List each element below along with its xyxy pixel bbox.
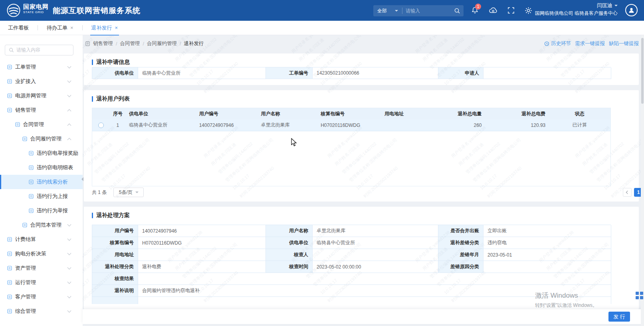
defect-report-link[interactable]: 缺陷一键提报 <box>609 40 639 47</box>
table-cell: 120.93 <box>485 119 549 131</box>
floating-widget-handle[interactable] <box>636 292 643 299</box>
search-scope-value: 全部 <box>377 8 387 14</box>
field-label: 用户编号 <box>92 225 138 237</box>
sidebar-item-12[interactable]: 计费结算 <box>0 232 83 247</box>
chevron-down-icon <box>67 237 71 241</box>
divider <box>82 25 83 30</box>
tab-work-board[interactable]: 工作看板 <box>7 21 30 35</box>
chevron-down-icon <box>67 309 71 313</box>
doc-icon <box>22 223 27 227</box>
field-value: H07020116DWDG <box>138 237 266 249</box>
breadcrumb-item[interactable]: 销售管理 <box>93 40 113 47</box>
column-header: 序号 <box>110 108 126 119</box>
fullscreen-scan-icon[interactable] <box>507 7 515 14</box>
breadcrumb-item[interactable]: 合同管理 <box>120 40 140 47</box>
refund-user-table: 序号供电单位用户编号用户名称核算包编号用电地址退补总电量退补总电费状态 1临猗县… <box>92 108 611 186</box>
quick-links: 历史环节 需求一键提报 缺陷一键提报 <box>544 40 639 47</box>
sidebar-item-label: 计费结算 <box>15 236 36 243</box>
sidebar-item-2[interactable]: 电源并网管理 <box>0 89 83 103</box>
doc-icon <box>7 280 12 285</box>
sidebar-item-9[interactable]: 违约行为上报 <box>0 189 83 204</box>
page-scrollbar[interactable] <box>641 35 644 326</box>
field-value: 合同履约管理违约窃电退补 <box>138 285 611 297</box>
form-row: 用户编号1400724907946用户名称卓里北街果库是否合并出账立即出账 <box>92 225 611 237</box>
select-column-header <box>92 108 110 119</box>
sidebar-item-13[interactable]: 购电分析决策 <box>0 247 83 261</box>
chevron-down-icon <box>395 10 398 13</box>
sidebar-item-0[interactable]: 工单管理 <box>0 60 83 74</box>
sidebar-item-3[interactable]: 销售管理 <box>0 103 83 117</box>
row-radio[interactable] <box>98 122 104 128</box>
doc-icon <box>29 151 34 156</box>
sidebar-item-label: 销售管理 <box>15 107 36 114</box>
field-label: 差错年月 <box>438 249 483 261</box>
history-link[interactable]: 历史环节 <box>544 40 571 47</box>
breadcrumb-item[interactable]: 合同履约管理 <box>147 40 177 47</box>
column-header: 状态 <box>549 108 610 119</box>
demand-report-link[interactable]: 需求一键提报 <box>575 40 605 47</box>
notification-badge: 1 <box>475 4 481 10</box>
doc-icon <box>7 65 12 69</box>
sidebar-item-7[interactable]: 违约窃电明细表 <box>0 160 83 175</box>
sidebar-item-4[interactable]: 合同管理 <box>0 117 83 132</box>
scrollbar-thumb[interactable] <box>641 38 644 104</box>
field-label: 核查人 <box>266 249 313 261</box>
settings-gear-icon[interactable] <box>525 7 532 14</box>
close-icon[interactable]: × <box>70 25 73 30</box>
section-title: 退补申请信息 <box>84 53 639 66</box>
sidebar-item-label: 客户管理 <box>15 293 36 300</box>
sidebar-item-16[interactable]: 客户管理 <box>0 290 83 304</box>
cloud-sync-icon[interactable] <box>489 7 497 14</box>
tab-bar: 工作看板 待办工单 × 退补发行 × <box>0 21 644 35</box>
sidebar-search-input[interactable]: 请输入内容 <box>5 45 73 55</box>
search-scope-select[interactable]: 全部 <box>373 8 402 14</box>
sidebar-item-10[interactable]: 违约行为举报 <box>0 204 83 218</box>
field-value <box>483 67 611 79</box>
page-size-select[interactable]: 5条/页 <box>113 188 144 197</box>
form-row: 核算包编号H07020116DWDG供电单位临猗县中心营业所退补差错分类违约窃电 <box>92 237 611 249</box>
field-label: 退补处理分类 <box>92 261 138 273</box>
field-label: 差错原因分类 <box>438 261 483 273</box>
field-label: 核查结果 <box>92 273 138 285</box>
search-icon[interactable] <box>454 8 460 14</box>
field-label: 工单编号 <box>266 67 313 79</box>
notifications-bell-icon[interactable]: 1 <box>471 6 479 14</box>
avatar[interactable] <box>625 4 638 16</box>
sidebar-item-label: 违约行为上报 <box>37 193 68 200</box>
user-menu[interactable]: 闫匡迪 <box>597 3 618 8</box>
clock-icon <box>544 41 549 46</box>
sidebar-item-17[interactable]: 综合管理 <box>0 304 83 318</box>
global-search-input[interactable]: 请输入 <box>402 8 464 14</box>
chevron-up-icon <box>67 124 71 128</box>
field-value: 1423050210000066 <box>313 67 438 79</box>
table-cell: 1400724907946 <box>196 119 258 131</box>
refund-plan-form: 用户编号1400724907946用户名称卓里北街果库是否合并出账立即出账核算包… <box>92 225 611 304</box>
table-cell: 临猗县中心营业所 <box>126 119 196 131</box>
radio-cell[interactable] <box>92 119 110 131</box>
publish-button[interactable]: 发 行 <box>608 312 630 322</box>
sidebar-item-14[interactable]: 资产管理 <box>0 261 83 275</box>
sidebar-item-8[interactable]: 违约线索分析 <box>0 175 83 189</box>
close-icon[interactable]: × <box>115 25 118 30</box>
sidebar-collapse-handle[interactable] <box>79 177 83 181</box>
column-header: 退补总电费 <box>485 108 549 119</box>
doc-icon <box>7 93 12 98</box>
tab-refund-issue[interactable]: 退补发行 × <box>90 21 119 35</box>
breadcrumb-item: 退补发行 <box>184 40 204 47</box>
sidebar-item-5[interactable]: 合同履约管理 <box>0 132 83 146</box>
sidebar-item-11[interactable]: 合同范本管理 <box>0 218 83 232</box>
table-row[interactable]: 1临猗县中心营业所1400724907946卓里北街果库H07020116DWD… <box>92 119 610 131</box>
sidebar-item-15[interactable]: 运行管理 <box>0 275 83 290</box>
field-label: 是否合并出账 <box>438 225 483 237</box>
tab-todo-orders[interactable]: 待办工单 × <box>46 21 75 35</box>
field-value <box>138 249 266 261</box>
sidebar-item-6[interactable]: 违约窃电举报奖励 <box>0 146 83 160</box>
brand-cn: 国家电网 <box>23 4 49 10</box>
prev-page-button[interactable] <box>623 188 632 197</box>
field-label: 用电地址 <box>92 249 138 261</box>
sidebar-item-1[interactable]: 业扩接入 <box>0 74 83 89</box>
apply-info-card: 退补申请信息 供电单位 临猗县中心营业所 工单编号 14230502100000… <box>84 53 639 85</box>
sidebar-item-label: 违约行为举报 <box>37 207 68 214</box>
sidebar-item-label: 业扩接入 <box>15 78 36 85</box>
doc-icon <box>29 165 34 170</box>
